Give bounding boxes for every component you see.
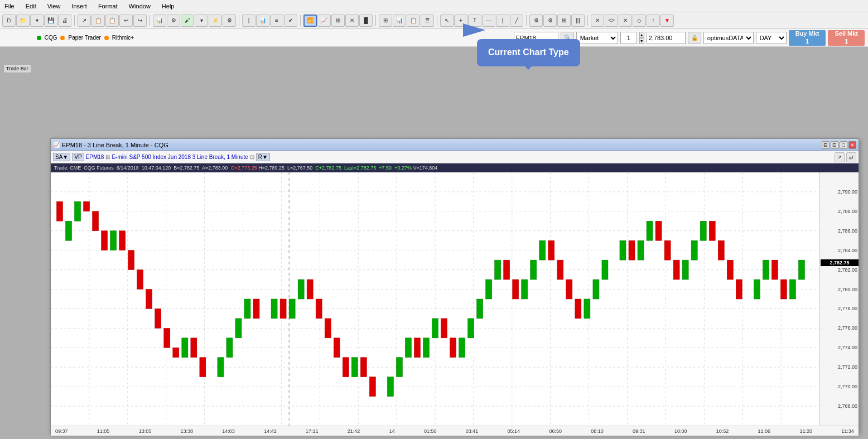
tb-new[interactable]: 🗋	[2, 15, 16, 27]
chart-symbol-link[interactable]: EPM18	[86, 154, 104, 160]
price-label: 2,770.00	[838, 384, 857, 389]
rithmic-label: Rithmic+	[112, 35, 134, 41]
chart-full-description: E-mini S&P 500 Index Jun 2018 3 Line Bre…	[112, 154, 248, 160]
tooltip-arrow	[457, 19, 485, 41]
chart-window: 📈 EPM18 - 3 Line Break, 1 Minute - CQG ⊟…	[50, 138, 859, 434]
chart-maximize-btn[interactable]: □	[840, 141, 847, 149]
chart-description: ⊞	[105, 154, 110, 160]
tb-arrow-up[interactable]: ↑	[647, 15, 660, 27]
tb-chart1[interactable]: 📊	[153, 15, 166, 27]
tb-save[interactable]: 💾	[44, 15, 57, 27]
trade-bar-tab[interactable]: Trade Bar	[3, 64, 31, 73]
chart-close-btn[interactable]: ✕	[848, 141, 856, 149]
tb-print[interactable]: 🖨	[58, 15, 71, 27]
rithmic-dot	[104, 36, 109, 40]
tb-params[interactable]: ⚙	[543, 15, 557, 27]
menu-window[interactable]: Window	[127, 3, 153, 9]
paper-trader-dot	[60, 36, 65, 40]
price-label: 2,778.00	[838, 306, 857, 311]
price-label: 2,788.00	[838, 209, 857, 214]
chart-sub-icon2[interactable]: ⇄	[846, 152, 856, 162]
sep3	[239, 15, 239, 26]
tooltip-text: Current Chart Type	[488, 47, 569, 57]
tb-multi3[interactable]: 📋	[407, 15, 420, 27]
price-input[interactable]	[647, 32, 686, 44]
tb-line[interactable]: |	[242, 15, 255, 27]
sep6	[437, 15, 437, 26]
chart-sub-icon: ⊡	[250, 154, 254, 160]
tb-diamond[interactable]: ◇	[633, 15, 646, 27]
buy-market-button[interactable]: Buy Mkt 1	[789, 30, 826, 46]
tb-dropdown[interactable]: ▾	[30, 15, 44, 27]
tb-cursor[interactable]: ↖	[440, 15, 454, 27]
price-lock-btn[interactable]: 🔒	[688, 32, 701, 44]
chart-sub-toolbar: SA▼ VP EPM18 ⊞ E-mini S&P 500 Index Jun …	[51, 151, 859, 163]
sa-btn[interactable]: SA▼	[53, 153, 70, 161]
menu-file[interactable]: File	[2, 3, 17, 9]
tb-copy[interactable]: 📋	[91, 15, 105, 27]
tb-open[interactable]: 📁	[16, 15, 30, 27]
tb-undo[interactable]: ↩	[119, 15, 133, 27]
tb-check[interactable]: ✔	[284, 15, 297, 27]
chart-title-text: EPM18 - 3 Line Break, 1 Minute - CQG	[62, 142, 168, 148]
menu-view[interactable]: View	[45, 3, 63, 9]
tb-paste[interactable]: 📋	[105, 15, 119, 27]
main-toolbar: 🗋 📁 ▾ 💾 🖨 ↗ 📋 📋 ↩ ↪ 📊 ⚙ 🖌 ▾ ⚡ ⚙ | 📊 ≡ ✔ …	[0, 12, 868, 29]
tb-bar-chart[interactable]: 📶	[303, 15, 317, 27]
tb-chart5[interactable]: ⚙	[223, 15, 236, 27]
price-label: 2,772.00	[838, 364, 857, 370]
chart-area[interactable]	[51, 172, 819, 426]
qty-down-btn[interactable]: ▼	[639, 38, 644, 44]
tb-tick[interactable]: ≡	[270, 15, 283, 27]
tb-chart2[interactable]: ⚙	[167, 15, 180, 27]
price-label: 2,782.00	[838, 267, 857, 273]
tb-cross[interactable]: ✕	[345, 15, 359, 27]
tb-settings[interactable]: ⚙	[529, 15, 543, 27]
tb-x2[interactable]: ✕	[619, 15, 632, 27]
tb-zoom[interactable]: |||	[571, 15, 585, 27]
menu-help[interactable]: Help	[160, 3, 177, 9]
tb-close-x[interactable]: ✕	[591, 15, 604, 27]
tb-chart3[interactable]: 🖌	[181, 15, 194, 27]
tb-trendline[interactable]: ╱	[510, 15, 523, 27]
provider-select[interactable]: optimusDATA	[703, 32, 754, 44]
price-label: 2,784.00	[838, 248, 857, 253]
tb-chart4[interactable]: ⚡	[209, 15, 222, 27]
tb-code[interactable]: <>	[605, 15, 618, 27]
sep2	[150, 15, 150, 26]
tb-dropdown2[interactable]: ▾	[195, 15, 208, 27]
quantity-input[interactable]	[620, 32, 637, 44]
connection-status: CQG Paper Trader Rithmic+	[37, 35, 134, 41]
tb-multi1[interactable]: ⊞	[379, 15, 392, 27]
tb-volume[interactable]: ▐▌	[359, 15, 373, 27]
chart-sub-icon1[interactable]: ↗	[835, 152, 845, 162]
menu-edit[interactable]: Edit	[23, 3, 38, 9]
rv-btn[interactable]: R▼	[256, 153, 270, 161]
menu-format[interactable]: Format	[96, 3, 120, 9]
time-axis: 09:3711:0513:0513:3814:0314:4217:1121:42…	[51, 426, 859, 436]
menu-insert[interactable]: Insert	[69, 3, 89, 9]
chart-minimize-btn[interactable]: ⊟	[822, 141, 830, 149]
tb-candle[interactable]: 📊	[256, 15, 269, 27]
tb-line-chart[interactable]: 📈	[317, 15, 331, 27]
sell-market-button[interactable]: Sell Mkt 1	[828, 30, 865, 46]
qty-up-btn[interactable]: ▲	[639, 32, 644, 38]
vp-btn[interactable]: VP	[72, 153, 84, 161]
tb-red[interactable]: ▼	[660, 15, 674, 27]
tb-grid[interactable]: ⊞	[557, 15, 571, 27]
price-label: 2,776.00	[838, 325, 857, 331]
tb-redo[interactable]: ↪	[133, 15, 147, 27]
tb-vline[interactable]: |	[496, 15, 509, 27]
chart-restore-btn[interactable]: ⊡	[831, 141, 838, 149]
current-price-label: 2,782.75	[821, 259, 859, 266]
tb-area[interactable]: ⊞	[331, 15, 345, 27]
order-type-select[interactable]: Market Limit Stop	[576, 32, 618, 44]
price-label: 2,786.00	[838, 228, 857, 234]
tif-select[interactable]: DAY GTC IOC	[756, 32, 787, 44]
tb-multi2[interactable]: 📊	[393, 15, 406, 27]
tb-arrow[interactable]: ↗	[78, 15, 91, 27]
sep5	[375, 15, 376, 26]
price-label: 2,790.00	[838, 189, 857, 195]
price-axis: 2,768.002,770.002,772.002,774.002,776.00…	[819, 172, 859, 426]
tb-multi4[interactable]: ≣	[421, 15, 434, 27]
